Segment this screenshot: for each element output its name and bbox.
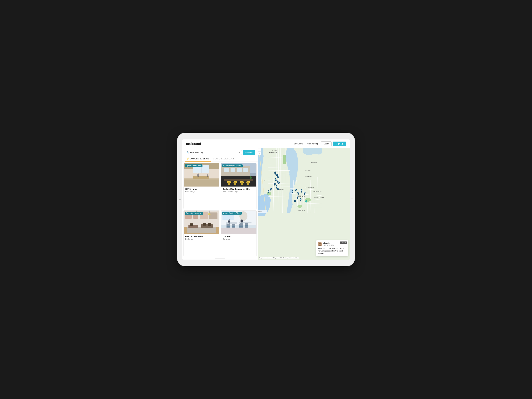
tablet-home-button[interactable] (179, 199, 181, 200)
svg-point-147 (319, 243, 321, 244)
svg-point-123 (277, 180, 278, 181)
scroll-indicator (215, 258, 225, 259)
keyboard-shortcuts[interactable]: Keyboard shortcuts (259, 257, 272, 259)
card-cstm-haus[interactable]: Opens Tuesday 9 am CSTM Haus West Villag… (184, 163, 219, 209)
svg-rect-15 (237, 168, 242, 172)
search-input[interactable] (190, 151, 238, 154)
left-panel: 🔍 ▾ ≡ Filters ⚡ COWORKING SEATS (182, 148, 258, 260)
map-data-attribution: Map data ©2022 Google Terms of Use (273, 257, 298, 259)
svg-text:New York: New York (279, 189, 285, 190)
svg-text:+: + (306, 201, 306, 202)
svg-text:−: − (259, 152, 260, 154)
chat-avatar (317, 242, 322, 246)
card-orchard[interactable]: Opens tomorrow 8:30 am Orchard Workspace… (221, 163, 257, 209)
svg-rect-41 (203, 223, 206, 226)
svg-rect-62 (239, 226, 243, 227)
svg-text:Google: Google (258, 211, 262, 212)
tablet-power-button[interactable] (351, 198, 353, 201)
svg-point-136 (268, 191, 269, 192)
card-name-yard: The Yard (222, 235, 255, 238)
svg-text:BEDFORD-STUY: BEDFORD-STUY (313, 191, 322, 192)
tab-coworking[interactable]: ⚡ COWORKING SEATS (185, 156, 211, 162)
svg-rect-26 (224, 179, 253, 181)
login-button[interactable]: Login (321, 141, 332, 146)
card-image-cstm: Opens Tuesday 9 am (184, 163, 219, 187)
card-bklyn[interactable]: Opens tomorrow 9 am BKLYN Commons Bushwi… (184, 210, 219, 256)
tablet-screen: croissant Locations Membership Login Sig… (182, 139, 350, 260)
svg-point-122 (275, 179, 276, 180)
chat-message: Hello! If you have questions about the w… (317, 247, 347, 255)
tablet-device: croissant Locations Membership Login Sig… (177, 133, 355, 266)
tab-conference-label: CONFERENCE ROOMS (213, 158, 234, 160)
card-location-cstm: West Village (185, 190, 218, 192)
svg-point-45 (208, 213, 210, 215)
nav-links: Locations Membership (294, 143, 318, 145)
svg-point-127 (278, 188, 279, 189)
svg-rect-16 (243, 168, 248, 172)
search-input-wrap: 🔍 ▾ (185, 150, 242, 155)
svg-point-27 (250, 176, 252, 179)
svg-point-129 (295, 189, 296, 190)
svg-rect-6 (193, 176, 209, 179)
svg-point-8 (207, 174, 209, 177)
svg-point-128 (292, 191, 293, 192)
tab-conference[interactable]: CONFERENCE ROOMS (211, 156, 236, 162)
svg-rect-40 (190, 223, 193, 226)
svg-text:WILLIAMSBURG: WILLIAMSBURG (305, 187, 314, 188)
card-yard[interactable]: Opens Monday 9:30 am The Yard Gowanus (221, 210, 257, 256)
svg-point-130 (298, 192, 299, 193)
cards-grid: Opens Tuesday 9 am CSTM Haus West Villag… (182, 162, 258, 258)
nav-membership[interactable]: Membership (307, 143, 319, 145)
card-image-orchard: Opens tomorrow 8:30 am (221, 163, 256, 187)
svg-rect-9 (184, 180, 219, 187)
svg-text:HARLEM: HARLEM (272, 150, 277, 151)
svg-rect-38 (189, 225, 198, 228)
search-bar-wrap: 🔍 ▾ ≡ Filters (182, 148, 258, 156)
card-name-orchard: Orchard Workspace by JLL (222, 188, 255, 190)
svg-point-132 (304, 192, 305, 193)
svg-text:PARK SLOPE: PARK SLOPE (298, 210, 305, 211)
svg-text:+: + (259, 149, 260, 151)
card-info-bklyn: BKLYN Commons Bushwick (184, 234, 219, 241)
svg-rect-103 (283, 155, 286, 164)
svg-point-67 (228, 219, 230, 224)
logo: croissant (186, 142, 201, 146)
card-info-orchard: Orchard Workspace by JLL Downtown Brookl… (221, 187, 256, 194)
search-dropdown-arrow[interactable]: ▾ (239, 152, 240, 154)
svg-point-105 (298, 205, 302, 208)
svg-text:ASTORIA: ASTORIA (305, 170, 310, 171)
svg-text:CROWN HEIGHTS: CROWN HEIGHTS (314, 197, 324, 198)
chat-clear-button[interactable]: Clear × (340, 241, 347, 244)
chat-widget: Clear × Viktoria f (316, 240, 348, 256)
svg-rect-21 (234, 182, 236, 184)
chat-sender-info: Viktoria from Croissant (323, 242, 334, 246)
svg-point-121 (278, 176, 279, 177)
card-image-yard: Opens Monday 9:30 am (221, 210, 256, 234)
svg-rect-13 (224, 168, 229, 172)
map-panel[interactable]: MANHATTAN BROOKLYN Jersey City New York … (258, 148, 350, 260)
svg-point-133 (297, 196, 298, 197)
card-badge-bklyn: Opens tomorrow 9 am (185, 212, 203, 215)
nav-locations[interactable]: Locations (294, 143, 303, 145)
filters-button[interactable]: ≡ Filters (243, 150, 255, 155)
svg-point-137 (270, 188, 271, 189)
svg-text:Jersey City: Jersey City (261, 179, 268, 181)
svg-point-134 (300, 199, 301, 200)
card-info-cstm: CSTM Haus West Village (184, 187, 219, 194)
card-name-cstm: CSTM Haus (185, 188, 218, 190)
lightning-icon: ⚡ (187, 158, 189, 160)
chat-company: from Croissant (323, 244, 334, 246)
card-badge-orchard: Opens tomorrow 8:30 am (222, 165, 243, 167)
search-icon: 🔍 (187, 151, 189, 154)
chat-sender-name: Viktoria (323, 242, 334, 244)
svg-point-125 (274, 184, 275, 184)
svg-point-120 (277, 174, 278, 175)
svg-point-124 (279, 182, 279, 183)
tabs-wrap: ⚡ COWORKING SEATS CONFERENCE ROOMS (182, 156, 258, 162)
card-info-yard: The Yard Gowanus (221, 234, 256, 241)
tab-coworking-label: COWORKING SEATS (190, 158, 209, 160)
header: croissant Locations Membership Login Sig… (182, 139, 350, 148)
card-image-bklyn: Opens tomorrow 9 am (184, 210, 219, 234)
svg-rect-55 (226, 222, 237, 224)
signup-button[interactable]: Sign Up (333, 142, 346, 146)
